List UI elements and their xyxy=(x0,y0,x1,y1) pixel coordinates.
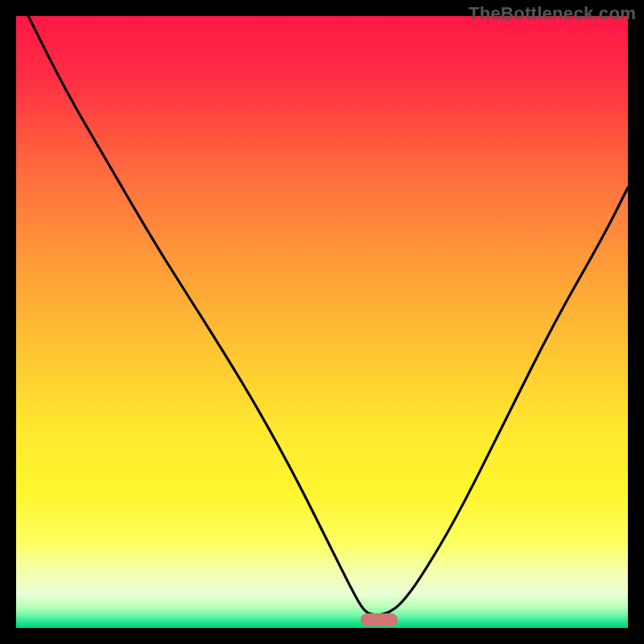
chart-frame: TheBottleneck.com xyxy=(0,0,644,644)
optimal-marker xyxy=(361,613,398,626)
watermark-text: TheBottleneck.com xyxy=(469,3,636,24)
bottleneck-curve xyxy=(16,16,628,628)
plot-area xyxy=(16,16,628,628)
